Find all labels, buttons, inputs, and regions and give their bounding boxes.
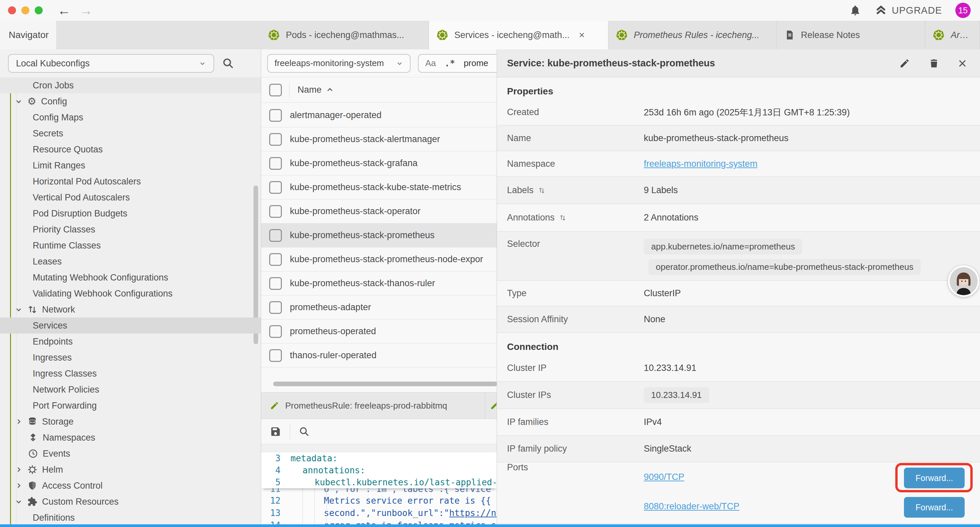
row-checkbox[interactable] (269, 253, 282, 266)
row-checkbox[interactable] (269, 157, 282, 170)
sidebar-item-cron-jobs[interactable]: Cron Jobs (0, 77, 261, 93)
tab-pods-icecheng-mathmas[interactable]: Pods - icecheng@mathmas... (261, 21, 429, 49)
sidebar-item-vertical-pod-autoscalers[interactable]: Vertical Pod Autoscalers (0, 189, 261, 205)
row-checkbox[interactable] (269, 133, 282, 146)
support-avatar[interactable] (948, 266, 979, 297)
maximize-window-button[interactable] (35, 6, 43, 14)
sidebar-item-runtime-classes[interactable]: Runtime Classes (0, 237, 261, 253)
editor-tab-partial[interactable] (485, 393, 497, 419)
detail-label: Session Affinity (507, 314, 644, 325)
tab-services-icecheng-math[interactable]: Services - icecheng@math...× (429, 21, 608, 49)
name-column-header[interactable]: Name (298, 85, 334, 95)
code-link[interactable]: https://net (449, 508, 497, 518)
sidebar-item-services[interactable]: Services (0, 318, 261, 334)
save-icon[interactable] (270, 426, 281, 437)
close-tab-icon[interactable]: × (579, 29, 585, 41)
chevron-down-icon[interactable] (15, 306, 23, 314)
edit-service-icon[interactable] (899, 58, 910, 69)
service-row-kube-prometheus-stack-alertmanager[interactable]: kube-prometheus-stack-alertmanager (261, 127, 497, 151)
service-name: prometheus-adapter (290, 302, 371, 312)
chevron-right-icon[interactable] (15, 482, 23, 490)
chevron-right-icon[interactable] (15, 466, 23, 474)
row-checkbox[interactable] (269, 229, 282, 242)
sidebar-item-horizontal-pod-autoscalers[interactable]: Horizontal Pod Autoscalers (0, 174, 261, 189)
close-window-button[interactable] (8, 6, 16, 14)
sidebar-item-namespaces[interactable]: Namespaces (0, 430, 261, 446)
sort-updown-icon[interactable] (559, 214, 567, 222)
service-row-prometheus-adapter[interactable]: prometheus-adapter (261, 296, 497, 320)
service-row-kube-prometheus-stack-prometheus[interactable]: kube-prometheus-stack-prometheus (261, 223, 497, 247)
sidebar-item-ingresses[interactable]: Ingresses (0, 350, 261, 366)
editor-tab-prometheusrule[interactable]: PrometheusRule: freeleaps-prod-rabbitmq (261, 393, 485, 419)
sidebar-item-definitions[interactable]: Definitions (0, 509, 261, 525)
port-link[interactable]: 8080:reloader-web/TCP (644, 502, 740, 512)
chevron-right-icon[interactable] (15, 417, 23, 426)
service-row-kube-prometheus-stack-operator[interactable]: kube-prometheus-stack-operator (261, 199, 497, 223)
sidebar-item-ingress-classes[interactable]: Ingress Classes (0, 366, 261, 382)
forward-arrow-icon[interactable]: → (80, 4, 93, 17)
sidebar-item-helm[interactable]: Helm (0, 462, 261, 478)
row-checkbox[interactable] (269, 301, 282, 314)
tab-prometheus-rules-icecheng[interactable]: Prometheus Rules - icecheng... (608, 21, 777, 49)
search-icon[interactable] (222, 57, 234, 69)
sort-asc-icon (326, 86, 334, 94)
namespace-link[interactable]: freeleaps-monitoring-system (644, 159, 757, 169)
sidebar-item-leases[interactable]: Leases (0, 253, 261, 269)
sidebar-item-config[interactable]: ⚙Config (0, 93, 261, 110)
horizontal-scrollbar[interactable] (273, 382, 497, 386)
minimize-window-button[interactable] (21, 6, 29, 14)
row-checkbox[interactable] (269, 205, 282, 218)
tab-release-notes[interactable]: Release Notes (777, 21, 925, 49)
service-row-kube-prometheus-stack-thanos-ruler[interactable]: kube-prometheus-stack-thanos-ruler (261, 272, 497, 296)
sidebar-item-events[interactable]: Events (0, 446, 261, 462)
bell-icon[interactable] (849, 4, 861, 16)
sidebar-item-pod-disruption-budgets[interactable]: Pod Disruption Budgets (0, 205, 261, 221)
sidebar-item-config-maps[interactable]: Config Maps (0, 110, 261, 126)
row-checkbox[interactable] (269, 109, 282, 122)
sidebar-item-priority-classes[interactable]: Priority Classes (0, 221, 261, 237)
navigator-panel-tab[interactable]: Navigator (0, 21, 57, 49)
sort-updown-icon[interactable] (538, 186, 546, 194)
sidebar-item-port-forwarding[interactable]: Port Forwarding (0, 398, 261, 414)
back-arrow-icon[interactable]: ← (57, 4, 71, 17)
row-checkbox[interactable] (269, 181, 282, 194)
namespace-select[interactable]: freeleaps-monitoring-system (267, 54, 410, 73)
sidebar-item-secrets[interactable]: Secrets (0, 126, 261, 142)
sidebar-item-access-control[interactable]: Access Control (0, 478, 261, 494)
tab-argo-se[interactable]: Argo Se (925, 21, 980, 49)
regex-toggle[interactable]: .* (445, 58, 455, 68)
kubeconfig-select[interactable]: Local Kubeconfigs (8, 54, 214, 73)
sidebar-item-network-policies[interactable]: Network Policies (0, 382, 261, 398)
sidebar-item-network[interactable]: Network (0, 301, 261, 318)
close-details-icon[interactable]: × (958, 58, 967, 69)
upgrade-button[interactable]: UPGRADE (875, 4, 942, 17)
sidebar-item-endpoints[interactable]: Endpoints (0, 334, 261, 350)
filter-input[interactable]: Aa .* prome (418, 54, 497, 73)
chevron-down-icon[interactable] (15, 498, 23, 506)
service-row-kube-prometheus-stack-kube-state-metrics[interactable]: kube-prometheus-stack-kube-state-metrics (261, 175, 497, 199)
sidebar-item-storage[interactable]: Storage (0, 414, 261, 430)
service-row-thanos-ruler-operated[interactable]: thanos-ruler-operated (261, 344, 497, 368)
port-link[interactable]: 9090/TCP (644, 472, 684, 482)
service-row-kube-prometheus-stack-prometheus-node-expor[interactable]: kube-prometheus-stack-prometheus-node-ex… (261, 247, 497, 272)
service-row-alertmanager-operated[interactable]: alertmanager-operated (261, 103, 497, 127)
editor-code[interactable]: 12Metrics service error rate is {{ $va13… (261, 494, 497, 527)
chevron-down-icon[interactable] (15, 97, 23, 105)
row-checkbox[interactable] (269, 349, 282, 362)
select-all-checkbox[interactable] (269, 84, 282, 96)
sidebar-item-validating-webhook-configurations[interactable]: Validating Webhook Configurations (0, 285, 261, 301)
delete-service-icon[interactable] (929, 58, 939, 69)
forward-button[interactable]: Forward... (904, 497, 965, 517)
sidebar-item-label: Resource Quotas (33, 145, 103, 155)
sidebar-item-mutating-webhook-configurations[interactable]: Mutating Webhook Configurations (0, 269, 261, 285)
service-row-prometheus-operated[interactable]: prometheus-operated (261, 320, 497, 344)
row-checkbox[interactable] (269, 325, 282, 338)
sidebar-item-custom-resources[interactable]: Custom Resources (0, 494, 261, 509)
row-checkbox[interactable] (269, 277, 282, 290)
service-row-kube-prometheus-stack-grafana[interactable]: kube-prometheus-stack-grafana (261, 151, 497, 175)
sidebar-item-limit-ranges[interactable]: Limit Ranges (0, 158, 261, 174)
match-case-toggle[interactable]: Aa (425, 58, 436, 68)
sidebar-item-resource-quotas[interactable]: Resource Quotas (0, 142, 261, 158)
notification-badge[interactable]: 15 (955, 3, 970, 18)
editor-search-icon[interactable] (299, 426, 310, 437)
